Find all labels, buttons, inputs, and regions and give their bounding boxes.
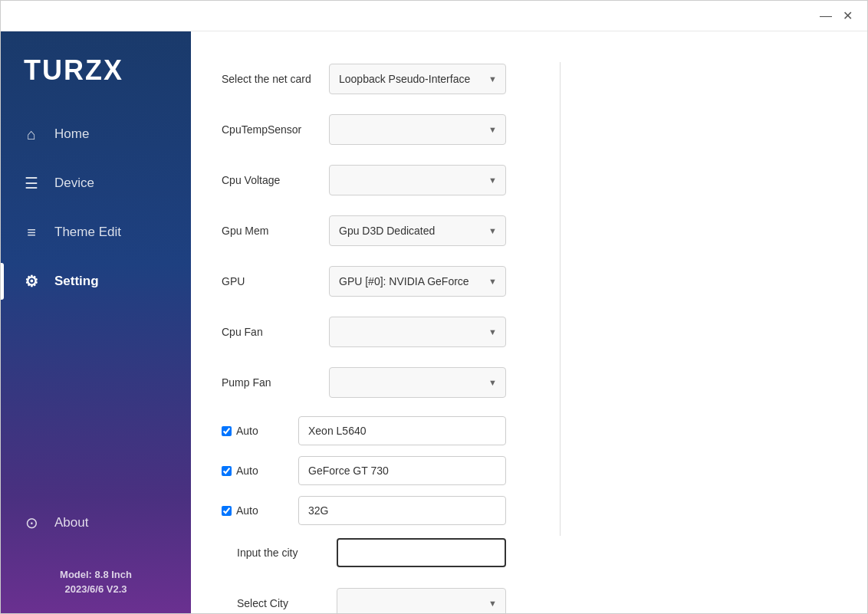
- gpu-select[interactable]: GPU [#0]: NVIDIA GeForce: [329, 266, 506, 297]
- auto-checkbox-2[interactable]: Auto: [222, 465, 298, 477]
- about-icon: ⊙: [19, 511, 44, 535]
- sidebar-item-home[interactable]: ⌂ Home: [1, 110, 191, 159]
- sidebar-item-label-home: Home: [54, 126, 89, 142]
- gpu-mem-label: Gpu Mem: [222, 225, 329, 237]
- main-window: — ✕ TURZX ⌂ Home ☰ Device ≡ Theme Edit: [0, 0, 868, 614]
- auto3-label: Auto: [236, 504, 258, 517]
- right-panel: Input the city Select City: [222, 536, 506, 613]
- setting-icon: ⚙: [19, 269, 44, 294]
- auto3-checkbox[interactable]: [222, 506, 232, 516]
- panel-separator: [560, 62, 561, 536]
- gpu-mem-control: Gpu D3D Dedicated: [329, 215, 506, 246]
- pump-fan-row: Pump Fan: [222, 366, 506, 399]
- net-card-control: Loopback Pseudo-Interface: [329, 64, 506, 94]
- auto1-label: Auto: [236, 425, 258, 437]
- sidebar-item-theme-edit[interactable]: ≡ Theme Edit: [1, 208, 191, 257]
- input-city-field[interactable]: [337, 538, 506, 567]
- cpu-temp-label: CpuTempSensor: [222, 123, 329, 136]
- pump-fan-label: Pump Fan: [222, 376, 329, 389]
- auto-checkbox-1[interactable]: Auto: [222, 425, 298, 437]
- version-label: 2023/6/6 V2.3: [19, 583, 173, 595]
- settings-content: Select the net card Loopback Pseudo-Inte…: [191, 31, 867, 613]
- input-city-control: [337, 538, 506, 567]
- auto-row-3: Auto: [222, 496, 506, 525]
- gpu-label: GPU: [222, 275, 329, 287]
- cpu-temp-select[interactable]: [329, 114, 506, 145]
- cpu-fan-label: Cpu Fan: [222, 326, 329, 338]
- sidebar-item-setting[interactable]: ⚙ Setting: [1, 257, 191, 306]
- sidebar-bottom: Model: 8.8 Inch 2023/6/6 V2.3: [1, 553, 191, 613]
- sidebar-nav: ⌂ Home ☰ Device ≡ Theme Edit ⚙ Setting: [1, 102, 191, 500]
- input-city-label: Input the city: [237, 547, 337, 559]
- net-card-label: Select the net card: [222, 73, 329, 85]
- gpu-control: GPU [#0]: NVIDIA GeForce: [329, 266, 506, 297]
- cpu-fan-row: Cpu Fan: [222, 315, 506, 349]
- gpu-mem-row: Gpu Mem Gpu D3D Dedicated: [222, 214, 506, 248]
- main-layout: TURZX ⌂ Home ☰ Device ≡ Theme Edit ⚙ Set…: [1, 31, 867, 613]
- minimize-button[interactable]: —: [815, 5, 837, 27]
- auto1-input[interactable]: [298, 416, 506, 445]
- sidebar: TURZX ⌂ Home ☰ Device ≡ Theme Edit ⚙ Set…: [1, 31, 191, 613]
- close-button[interactable]: ✕: [837, 5, 858, 27]
- auto-checkbox-3[interactable]: Auto: [222, 504, 298, 517]
- gpu-row: GPU GPU [#0]: NVIDIA GeForce: [222, 264, 506, 298]
- auto-row-2: Auto: [222, 456, 506, 485]
- sidebar-item-label-theme-edit: Theme Edit: [54, 225, 121, 240]
- sidebar-item-label-device: Device: [54, 176, 94, 191]
- cpu-voltage-row: Cpu Voltage: [222, 163, 506, 197]
- input-city-row: Input the city: [237, 536, 506, 570]
- auto-row-1: Auto: [222, 416, 506, 445]
- pump-fan-select[interactable]: [329, 367, 506, 398]
- gpu-mem-select[interactable]: Gpu D3D Dedicated: [329, 215, 506, 246]
- cpu-fan-select[interactable]: [329, 317, 506, 347]
- cpu-temp-control: [329, 114, 506, 145]
- net-card-select[interactable]: Loopback Pseudo-Interface: [329, 64, 506, 94]
- auto2-input-wrap: [298, 456, 506, 485]
- sidebar-item-label-about: About: [54, 515, 88, 530]
- app-logo: TURZX: [1, 31, 191, 102]
- select-city-row: Select City: [237, 586, 506, 613]
- auto3-input-wrap: [298, 496, 506, 525]
- auto2-label: Auto: [236, 465, 258, 477]
- cpu-voltage-label: Cpu Voltage: [222, 174, 329, 186]
- auto2-input[interactable]: [298, 456, 506, 485]
- select-city-label: Select City: [237, 597, 337, 609]
- select-city-select[interactable]: [337, 588, 506, 613]
- sidebar-item-device[interactable]: ☰ Device: [1, 159, 191, 208]
- select-city-control: [337, 588, 506, 613]
- pump-fan-control: [329, 367, 506, 398]
- title-bar: — ✕: [1, 1, 867, 31]
- theme-edit-icon: ≡: [19, 220, 44, 245]
- cpu-fan-control: [329, 317, 506, 347]
- cpu-voltage-select[interactable]: [329, 165, 506, 195]
- auto2-checkbox[interactable]: [222, 466, 232, 476]
- sidebar-item-about[interactable]: ⊙ About: [19, 500, 173, 546]
- auto1-checkbox[interactable]: [222, 426, 232, 436]
- cpu-voltage-control: [329, 165, 506, 195]
- auto1-input-wrap: [298, 416, 506, 445]
- home-icon: ⌂: [19, 122, 44, 146]
- net-card-row: Select the net card Loopback Pseudo-Inte…: [222, 62, 506, 96]
- device-icon: ☰: [19, 171, 44, 195]
- model-label: Model: 8.8 Inch: [19, 569, 173, 580]
- left-panel: Select the net card Loopback Pseudo-Inte…: [222, 62, 506, 536]
- sidebar-item-label-setting: Setting: [54, 274, 99, 289]
- cpu-temp-row: CpuTempSensor: [222, 113, 506, 146]
- settings-grid: Select the net card Loopback Pseudo-Inte…: [222, 62, 837, 613]
- auto3-input[interactable]: [298, 496, 506, 525]
